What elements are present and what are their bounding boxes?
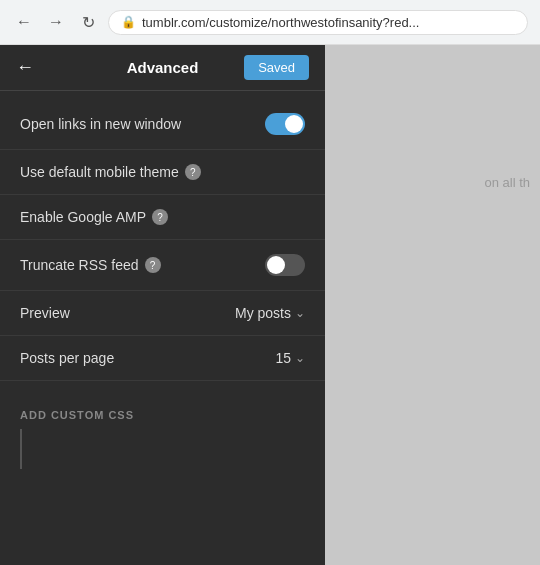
preview-row: Preview My posts ⌄ [0, 291, 325, 336]
right-panel: on all th This will override your theme … [325, 45, 540, 565]
posts-per-page-dropdown[interactable]: 15 ⌄ [275, 350, 305, 366]
truncate-rss-row: Truncate RSS feed ? [0, 240, 325, 291]
google-amp-row: Enable Google AMP ? [0, 195, 325, 240]
toggle-track-on [265, 113, 305, 135]
posts-per-page-chevron-icon: ⌄ [295, 351, 305, 365]
page-title: Advanced [127, 59, 199, 76]
url-text: tumblr.com/customize/northwestofinsanity… [142, 15, 419, 30]
custom-css-section: ADD CUSTOM CSS [0, 389, 325, 483]
forward-nav-button[interactable]: → [44, 10, 68, 34]
preview-dropdown[interactable]: My posts ⌄ [235, 305, 305, 321]
truncate-rss-label: Truncate RSS feed ? [20, 257, 161, 273]
posts-per-page-row: Posts per page 15 ⌄ [0, 336, 325, 381]
saved-button[interactable]: Saved [244, 55, 309, 80]
mobile-theme-label: Use default mobile theme ? [20, 164, 201, 180]
lock-icon: 🔒 [121, 15, 136, 29]
truncate-rss-track [265, 254, 305, 276]
sidebar-header: ← Advanced Saved [0, 45, 325, 91]
google-amp-label: Enable Google AMP ? [20, 209, 168, 225]
posts-per-page-value: 15 [275, 350, 291, 366]
posts-per-page-label: Posts per page [20, 350, 114, 366]
preview-label: Preview [20, 305, 70, 321]
open-links-toggle[interactable] [265, 113, 305, 135]
preview-chevron-icon: ⌄ [295, 306, 305, 320]
open-links-label: Open links in new window [20, 116, 181, 132]
back-button[interactable]: ← [16, 57, 34, 78]
partial-text: on all th [484, 175, 530, 190]
custom-css-input[interactable] [20, 429, 305, 469]
custom-css-label: ADD CUSTOM CSS [20, 409, 305, 421]
truncate-rss-thumb [267, 256, 285, 274]
address-bar[interactable]: 🔒 tumblr.com/customize/northwestofinsani… [108, 10, 528, 35]
truncate-rss-toggle[interactable] [265, 254, 305, 276]
sidebar: ← Advanced Saved Open links in new windo… [0, 45, 325, 565]
mobile-theme-help-icon[interactable]: ? [185, 164, 201, 180]
open-links-row: Open links in new window [0, 99, 325, 150]
toggle-thumb [285, 115, 303, 133]
preview-value: My posts [235, 305, 291, 321]
main-layout: ← Advanced Saved Open links in new windo… [0, 45, 540, 565]
google-amp-help-icon[interactable]: ? [152, 209, 168, 225]
truncate-rss-help-icon[interactable]: ? [145, 257, 161, 273]
mobile-theme-row: Use default mobile theme ? [0, 150, 325, 195]
back-nav-button[interactable]: ← [12, 10, 36, 34]
browser-chrome: ← → ↻ 🔒 tumblr.com/customize/northwestof… [0, 0, 540, 45]
reload-button[interactable]: ↻ [76, 10, 100, 34]
settings-list: Open links in new window Use default mob… [0, 91, 325, 389]
